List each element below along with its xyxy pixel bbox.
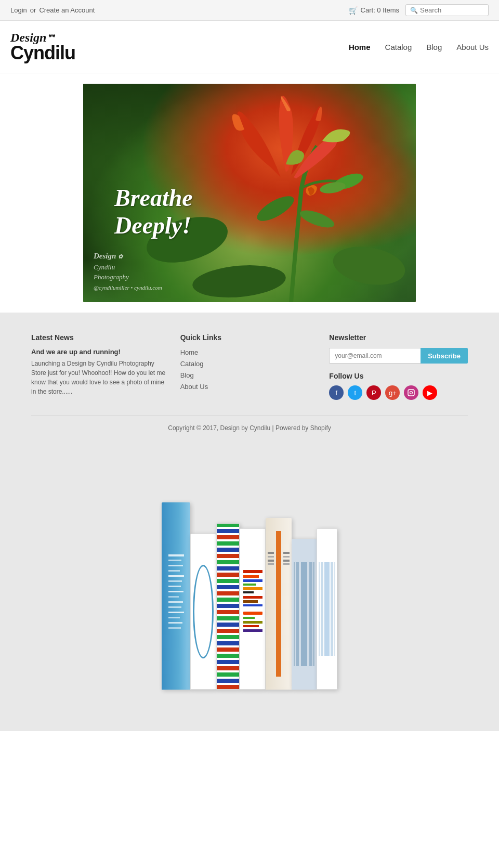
book-5-inner — [266, 518, 292, 690]
svg-rect-22 — [168, 606, 181, 608]
cart-info[interactable]: 🛒 Cart: 0 Items — [349, 6, 399, 15]
footer-columns: Latest News And we are up and running! L… — [31, 333, 468, 400]
svg-rect-23 — [168, 612, 184, 613]
watermark-title: Design ✿ — [94, 250, 162, 262]
svg-rect-42 — [268, 552, 274, 554]
top-bar-left: Login or Create an Account — [10, 6, 95, 14]
hero-text-line2: Deeply! — [114, 212, 193, 240]
svg-rect-35 — [243, 604, 262, 606]
quick-link-catalog[interactable]: Catalog — [180, 360, 204, 368]
svg-rect-45 — [268, 563, 274, 565]
svg-point-10 — [410, 392, 413, 394]
news-article-title: And we are up and running! — [31, 348, 170, 356]
book-2-circle — [193, 565, 214, 658]
svg-rect-58 — [319, 562, 320, 656]
svg-rect-51 — [296, 562, 299, 666]
svg-rect-12 — [168, 554, 184, 556]
svg-rect-54 — [313, 562, 314, 666]
svg-rect-47 — [283, 556, 290, 558]
svg-rect-16 — [168, 575, 184, 577]
gray-books-section — [0, 450, 499, 731]
book-1 — [162, 502, 190, 690]
quick-links-col: Quick Links Home Catalog Blog About Us — [180, 333, 319, 400]
youtube-icon[interactable]: ▶ — [423, 385, 437, 400]
top-bar-right: 🛒 Cart: 0 Items 🔍 — [349, 4, 489, 16]
facebook-icon[interactable]: f — [329, 385, 344, 400]
svg-rect-46 — [283, 552, 290, 554]
svg-rect-34 — [243, 600, 258, 603]
watermark-photography: Photography — [94, 272, 162, 282]
svg-rect-20 — [168, 596, 179, 598]
svg-point-3 — [254, 191, 297, 226]
nav-blog[interactable]: Blog — [426, 43, 442, 51]
svg-rect-49 — [283, 563, 290, 565]
subscribe-button[interactable]: Subscribe — [421, 348, 468, 364]
svg-rect-39 — [243, 625, 259, 627]
social-icons-row: f t P g+ ▶ — [329, 385, 468, 400]
newsletter-form: Subscribe — [329, 348, 468, 364]
logo[interactable]: Design Cyndilu — [10, 31, 75, 62]
svg-point-4 — [298, 207, 336, 231]
svg-rect-40 — [243, 629, 262, 632]
svg-rect-38 — [243, 621, 262, 624]
svg-rect-28 — [243, 575, 259, 578]
latest-news-col: Latest News And we are up and running! L… — [31, 333, 170, 400]
books-container — [162, 482, 337, 690]
svg-rect-24 — [168, 617, 180, 618]
svg-rect-25 — [168, 622, 182, 624]
login-link[interactable]: Login — [10, 6, 27, 14]
hero-banner: Breathe Deeply! Design ✿ Cyndilu Photogr… — [83, 84, 416, 302]
book-3 — [216, 523, 240, 690]
svg-rect-48 — [283, 560, 290, 562]
google-plus-icon[interactable]: g+ — [385, 385, 400, 400]
newsletter-email-input[interactable] — [329, 348, 421, 364]
svg-rect-18 — [168, 586, 181, 587]
header: Design Cyndilu Home Catalog Blog About U… — [0, 21, 499, 73]
book-6-inner — [292, 539, 317, 690]
twitter-icon[interactable]: t — [348, 385, 362, 400]
svg-rect-43 — [268, 556, 274, 558]
quick-link-blog[interactable]: Blog — [180, 371, 194, 379]
watermark-credit: @cyndilumiller • cyndilu.com — [94, 283, 162, 292]
footer-section: Latest News And we are up and running! L… — [0, 313, 499, 450]
quick-links-list: Home Catalog Blog About Us — [180, 348, 319, 391]
book-1-inner — [162, 502, 190, 690]
svg-rect-17 — [168, 580, 182, 582]
quick-link-home[interactable]: Home — [180, 348, 199, 356]
svg-point-7 — [330, 241, 408, 290]
newsletter-col: Newsletter Subscribe Follow Us f t P g+ — [329, 333, 468, 400]
nav-catalog[interactable]: Catalog — [385, 43, 412, 51]
latest-news-title: Latest News — [31, 333, 170, 342]
svg-point-8 — [191, 262, 287, 301]
nav-about-us[interactable]: About Us — [456, 43, 489, 51]
instagram-icon[interactable] — [404, 385, 418, 400]
svg-rect-14 — [168, 565, 183, 566]
pinterest-icon[interactable]: P — [366, 385, 381, 400]
svg-rect-29 — [243, 579, 262, 582]
svg-rect-52 — [309, 562, 312, 666]
hero-text: Breathe Deeply! — [114, 185, 193, 240]
book-3-stripes — [217, 524, 239, 689]
or-separator: or — [30, 6, 36, 14]
search-input[interactable] — [420, 6, 488, 14]
create-account-link[interactable]: Create an Account — [39, 6, 95, 14]
book-5 — [266, 518, 292, 690]
cart-label: Cart: 0 Items — [361, 6, 399, 14]
quick-link-about[interactable]: About Us — [180, 383, 208, 391]
svg-rect-37 — [243, 617, 255, 619]
svg-rect-55 — [324, 562, 330, 656]
follow-us-section: Follow Us f t P g+ ▶ — [329, 372, 468, 400]
cart-icon: 🛒 — [349, 6, 358, 15]
newsletter-title: Newsletter — [329, 333, 468, 342]
hero-watermark: Design ✿ Cyndilu Photography @cyndilumil… — [94, 250, 162, 292]
footer-copyright: Copyright © 2017, Design by Cyndilu | Po… — [31, 416, 468, 440]
svg-rect-56 — [321, 562, 323, 656]
nav-home[interactable]: Home — [349, 43, 371, 51]
follow-us-title: Follow Us — [329, 372, 468, 380]
svg-rect-33 — [243, 596, 262, 599]
svg-rect-21 — [168, 601, 183, 603]
quick-links-title: Quick Links — [180, 333, 319, 342]
logo-wrapper: Design Cyndilu — [10, 31, 75, 62]
search-box[interactable]: 🔍 — [405, 4, 489, 16]
svg-rect-15 — [168, 570, 180, 572]
